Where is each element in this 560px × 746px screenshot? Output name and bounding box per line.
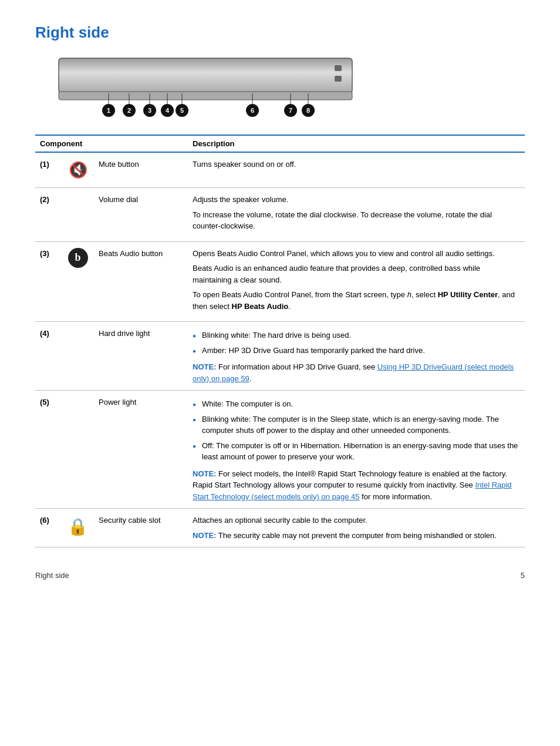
list-item: White: The computer is on. bbox=[193, 396, 520, 412]
row-component: Security cable slot bbox=[94, 509, 188, 547]
beats-icon: b bbox=[68, 248, 88, 268]
table-row: (2)Volume dialAdjusts the speaker volume… bbox=[35, 188, 525, 242]
row-number: (4) bbox=[35, 322, 62, 391]
table-row: (5)Power lightWhite: The computer is on.… bbox=[35, 391, 525, 509]
note-link[interactable]: Using HP 3D DriveGuard (select models on… bbox=[193, 362, 514, 383]
mute-icon: 🔇 bbox=[69, 159, 87, 182]
page-footer: Right side 5 bbox=[35, 571, 525, 580]
row-icon-cell: b bbox=[62, 242, 94, 274]
row-description: Attaches an optional security cable to t… bbox=[188, 509, 525, 547]
col-component-header: Component bbox=[35, 135, 188, 152]
row-number: (2) bbox=[35, 188, 62, 242]
laptop-side-view: 1 2 3 4 5 6 7 8 bbox=[47, 53, 364, 121]
row-component: Power light bbox=[94, 391, 188, 509]
note-link[interactable]: Intel Rapid Start Technology (select mod… bbox=[193, 480, 512, 501]
row-icon-cell: 🔇 bbox=[62, 153, 94, 187]
svg-rect-0 bbox=[59, 58, 352, 93]
row-component: Beats Audio button bbox=[94, 241, 188, 322]
svg-text:4: 4 bbox=[166, 107, 170, 114]
row-description: Adjusts the speaker volume.To increase t… bbox=[188, 188, 525, 242]
table-row: (1)🔇Mute buttonTurns speaker sound on or… bbox=[35, 152, 525, 188]
svg-text:1: 1 bbox=[107, 107, 110, 114]
row-component: Hard drive light bbox=[94, 322, 188, 391]
svg-text:5: 5 bbox=[180, 107, 184, 114]
row-description: Turns speaker sound on or off. bbox=[188, 152, 525, 188]
list-item: Blinking white: The computer is in the S… bbox=[193, 412, 520, 438]
page-title: Right side bbox=[35, 23, 525, 42]
row-number: (5) bbox=[35, 391, 62, 509]
table-header-row: Component Description bbox=[35, 135, 525, 152]
row-icon-cell bbox=[62, 391, 94, 402]
row-icon-cell bbox=[62, 322, 94, 334]
row-number: (3) bbox=[35, 241, 62, 322]
row-description: White: The computer is on.Blinking white… bbox=[188, 391, 525, 509]
svg-rect-3 bbox=[335, 76, 342, 82]
list-item: Amber: HP 3D Drive Guard has temporarily… bbox=[193, 343, 520, 358]
laptop-diagram: 1 2 3 4 5 6 7 8 bbox=[35, 53, 525, 125]
footer-page-number: 5 bbox=[521, 571, 525, 580]
table-row: (6)🔒Security cable slotAttaches an optio… bbox=[35, 509, 525, 547]
row-number: (6) bbox=[35, 509, 62, 547]
list-item: Blinking white: The hard drive is being … bbox=[193, 328, 520, 343]
row-icon-cell bbox=[62, 188, 94, 200]
table-row: (4)Hard drive lightBlinking white: The h… bbox=[35, 322, 525, 391]
svg-text:7: 7 bbox=[289, 107, 292, 114]
components-table: Component Description (1)🔇Mute buttonTur… bbox=[35, 135, 525, 547]
row-description: Blinking white: The hard drive is being … bbox=[188, 322, 525, 391]
row-component: Volume dial bbox=[94, 188, 188, 242]
row-description: Opens Beats Audio Control Panel, which a… bbox=[188, 241, 525, 322]
svg-text:8: 8 bbox=[306, 107, 310, 114]
note-label: NOTE: bbox=[193, 362, 216, 371]
svg-text:3: 3 bbox=[148, 107, 151, 114]
row-component: Mute button bbox=[94, 152, 188, 188]
svg-text:6: 6 bbox=[251, 107, 254, 114]
row-icon-cell: 🔒 bbox=[62, 509, 94, 545]
lock-icon: 🔒 bbox=[68, 515, 88, 539]
footer-section-name: Right side bbox=[35, 571, 69, 580]
col-description-header: Description bbox=[188, 135, 525, 152]
svg-text:2: 2 bbox=[127, 107, 131, 114]
row-number: (1) bbox=[35, 152, 62, 188]
svg-rect-2 bbox=[335, 65, 342, 71]
note-label: NOTE: bbox=[193, 469, 216, 478]
note-label: NOTE: bbox=[193, 531, 216, 540]
table-row: (3)bBeats Audio buttonOpens Beats Audio … bbox=[35, 241, 525, 322]
list-item: Off: The computer is off or in Hibernati… bbox=[193, 438, 520, 465]
